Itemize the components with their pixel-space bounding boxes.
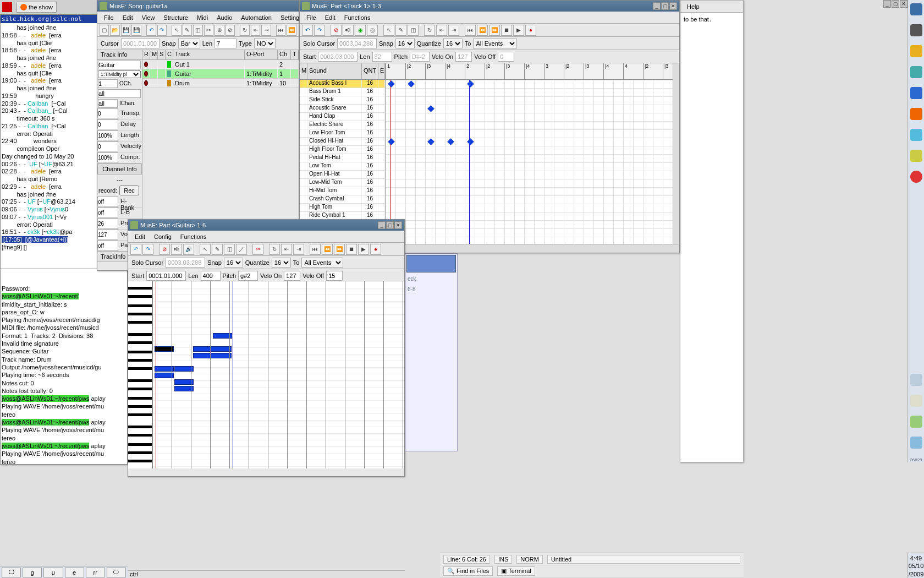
cut-icon[interactable]: ✂ [252, 244, 263, 255]
loop-marker[interactable] [233, 281, 233, 468]
rewind-start-icon[interactable]: ⏮ [310, 244, 321, 255]
panic-icon[interactable]: ⊘ [159, 244, 170, 255]
track-row[interactable]: Out 12 [142, 60, 299, 69]
punchin-icon[interactable]: ⇤ [436, 25, 447, 36]
menu-automation[interactable]: Automation [237, 13, 276, 23]
drum-note[interactable] [467, 80, 474, 88]
drum-sound-row[interactable]: Low-Mid Tom16 [300, 179, 385, 187]
note[interactable] [155, 373, 174, 378]
notes-icon[interactable] [910, 150, 922, 162]
eraser-icon[interactable]: ◫ [193, 25, 202, 36]
punchout-icon[interactable]: ⇥ [448, 25, 459, 36]
new-icon[interactable]: ▢ [100, 25, 109, 36]
vertical-scrollbar[interactable] [673, 63, 679, 244]
menu-audio[interactable]: Audio [212, 13, 237, 23]
quantize-select[interactable]: 16 [443, 39, 463, 48]
drum-sound-row[interactable]: Low Floor Tom16 [300, 129, 385, 138]
rewind-icon[interactable]: ⏪ [287, 25, 296, 36]
drum-sound-row[interactable]: Closed Hi-Hat16 [300, 138, 385, 146]
drum-ruler[interactable]: 1|2|3|42|2|3|43|2|3|44|2|3 [386, 63, 673, 80]
redo-icon[interactable]: ↷ [314, 25, 325, 36]
loop-marker[interactable] [469, 80, 470, 244]
play-icon[interactable]: ▶ [358, 244, 369, 255]
close-icon[interactable]: ✕ [394, 221, 402, 229]
menu-file[interactable]: File [302, 13, 321, 23]
drum-sound-row[interactable]: Acoustic Snare16 [300, 105, 385, 113]
undo-icon[interactable]: ↶ [302, 25, 313, 36]
piano-keyboard[interactable] [128, 281, 152, 468]
param-field[interactable] [97, 119, 118, 129]
terminal-button[interactable]: ▣ Terminal [497, 566, 535, 576]
arrangement-canvas[interactable]: eck 6-8 [405, 253, 458, 451]
param-field[interactable] [97, 141, 118, 151]
disk-icon[interactable] [910, 437, 922, 449]
globe-icon[interactable] [910, 66, 922, 78]
track-name-field[interactable] [98, 61, 141, 69]
drum-sound-row[interactable]: Pedal Hi-Hat16 [300, 154, 385, 162]
drum-sound-row[interactable]: Bass Drum 116 [300, 88, 385, 96]
browser-tab[interactable]: the show [16, 2, 57, 13]
drum-sound-row[interactable]: Electric Snare16 [300, 121, 385, 129]
insert-mode[interactable]: INS [494, 555, 512, 564]
solo-cursor-field[interactable] [166, 258, 205, 268]
menu-functions[interactable]: Functions [176, 232, 211, 242]
all-field[interactable] [98, 89, 141, 98]
param-field[interactable] [97, 130, 118, 140]
track-row[interactable]: Guitar1:TiMidity1 [142, 69, 299, 79]
note[interactable] [193, 346, 232, 352]
to-select[interactable]: All Events [473, 39, 517, 48]
ichan-field[interactable] [98, 99, 118, 108]
loop-icon[interactable]: ↻ [424, 25, 435, 36]
download-icon[interactable] [910, 416, 922, 428]
menu-structure[interactable]: Structure [159, 13, 193, 23]
start-field[interactable] [146, 271, 186, 281]
clipboard-icon[interactable] [910, 395, 922, 407]
cut-icon[interactable]: ✂ [204, 25, 213, 36]
stop-icon[interactable]: ⏹ [346, 244, 357, 255]
bank-field[interactable] [97, 241, 118, 250]
monitor-icon[interactable] [910, 24, 922, 36]
loop-icon[interactable]: ↻ [269, 244, 280, 255]
home-icon[interactable] [910, 45, 922, 57]
maximize-icon[interactable]: ▢ [892, 0, 899, 8]
bank-field[interactable] [97, 197, 118, 206]
drum-note[interactable] [388, 138, 395, 145]
jack-icon[interactable]: ◎ [367, 25, 378, 36]
eraser-icon[interactable]: ◫ [224, 244, 235, 255]
track-row[interactable]: Drum1:TiMidity10 [142, 79, 299, 88]
veloon-field[interactable] [284, 271, 300, 281]
pencil-icon[interactable]: ✎ [212, 244, 223, 255]
drum-note[interactable] [447, 138, 454, 145]
snap-select[interactable]: 16 [395, 39, 415, 48]
rewind-start-icon[interactable]: ⏮ [465, 25, 476, 36]
menu-config[interactable]: Config [150, 232, 176, 242]
drum-sound-row[interactable]: Low Tom16 [300, 162, 385, 171]
metronome-icon[interactable]: 🕬 [343, 25, 354, 36]
pencil-icon[interactable]: ✎ [395, 25, 406, 36]
channel-info-button[interactable]: Channel Info [97, 163, 142, 175]
pencil-icon[interactable]: ✎ [183, 25, 192, 36]
len-field[interactable] [201, 271, 221, 281]
note[interactable] [193, 353, 232, 358]
drum-sound-row[interactable]: Hi-Mid Tom16 [300, 187, 385, 195]
param-field[interactable] [97, 108, 118, 118]
note[interactable] [155, 366, 174, 372]
firefox-icon[interactable] [910, 108, 922, 120]
drum-grid[interactable]: 1|2|3|42|2|3|43|2|3|44|2|3 [386, 63, 673, 244]
drum-sound-row[interactable]: High Floor Tom16 [300, 146, 385, 154]
drum-note[interactable] [427, 138, 435, 145]
song-titlebar[interactable]: MusE: Song: guitar1a [97, 1, 299, 12]
punchout-icon[interactable]: ⇥ [293, 244, 304, 255]
redo-icon[interactable]: ↷ [157, 25, 167, 36]
menu-view[interactable]: View [138, 13, 160, 23]
metronome-icon[interactable]: 🕬 [171, 244, 182, 255]
rewind-start-icon[interactable]: ⏮ [276, 25, 285, 36]
folder-icon[interactable] [910, 374, 922, 386]
punchout-icon[interactable]: ⇥ [261, 25, 271, 36]
menu-edit[interactable]: Edit [130, 232, 150, 242]
veloon-field[interactable] [455, 52, 472, 62]
loop-icon[interactable]: ↻ [240, 25, 249, 36]
param-field[interactable] [97, 152, 118, 162]
taskbar-button[interactable]: 🖵 [107, 568, 126, 577]
snap-select[interactable]: Bar [178, 39, 200, 48]
